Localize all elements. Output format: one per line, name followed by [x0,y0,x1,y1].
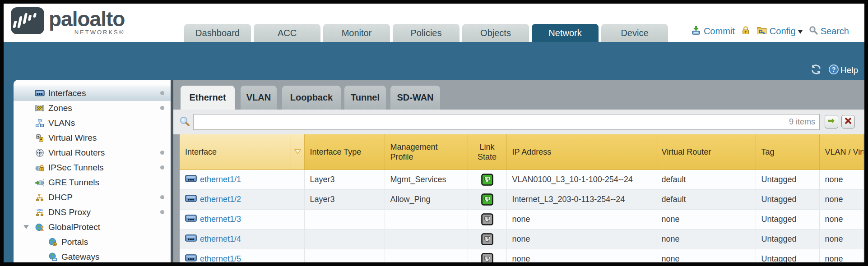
interface-name: ethernet1/5 [200,254,241,263]
sidebar-item-dhcp[interactable]: IPDHCP [14,190,171,205]
subtab-ethernet[interactable]: Ethernet [181,86,235,110]
interface-link[interactable]: ethernet1/1 [185,175,241,184]
dhcp-icon: IP [35,193,45,202]
cell-virtual-router: default [656,170,756,189]
column-header-tag[interactable]: Tag [756,134,819,170]
content-area: EthernetVLANLoopbackTunnelSD-WAN 9 items [173,80,864,262]
help-icon: ? [828,64,839,77]
config-icon [757,25,767,38]
column-header-vlan[interactable]: VLAN / Virtual-Wire [819,134,863,170]
sidebar: InterfacesZonesVLANsVirtual WiresVirtual… [14,80,171,262]
ethernet-port-icon [185,215,197,224]
cell-profile [385,209,468,229]
tab-policies[interactable]: Policies [393,24,460,42]
cell-ip-address: VLAN0100_L3_10-1-100-254--24 [506,170,656,189]
sidebar-item-vlans[interactable]: VLANs [14,115,171,130]
sidebar-item-ipsec-tunnels[interactable]: IPSec Tunnels [14,160,171,175]
cell-tag: Untagged [756,209,819,229]
sidebar-item-virtual-routers[interactable]: Virtual Routers [14,145,171,160]
interface-link[interactable]: ethernet1/2 [185,195,241,204]
cell-type: Layer3 [304,189,385,209]
subtab-tunnel[interactable]: Tunnel [344,86,386,110]
green-arrow-icon [827,117,836,127]
tab-device[interactable]: Device [601,24,668,42]
subtab-vlan[interactable]: VLAN [241,86,277,110]
cell-tag: Untagged [756,249,819,262]
cell-link-state [468,170,506,189]
config-menu-button[interactable]: Config [757,25,803,38]
item-status-dot [160,106,164,110]
main-area: InterfacesZonesVLANsVirtual WiresVirtual… [4,80,864,262]
table-row[interactable]: ethernet1/2Layer3Allow_PingInternet_L3_2… [180,189,863,209]
ethernet-port-icon [185,195,197,204]
table-row[interactable]: ethernet1/4nonenoneUntaggednone [180,229,863,249]
clear-filter-button[interactable] [841,115,855,128]
paloalto-logo-icon [11,7,44,36]
item-status-dot [160,165,164,170]
sidebar-item-zones[interactable]: Zones [14,101,171,115]
table-row[interactable]: ethernet1/5nonenoneUntaggednone [180,249,863,262]
filter-input[interactable] [193,114,820,130]
sidebar-item-label: DNS Proxy [48,207,91,217]
lock-icon[interactable] [741,25,751,37]
interface-name: ethernet1/4 [200,234,241,244]
apply-filter-button[interactable] [825,115,838,128]
column-header-profile[interactable]: Management Profile [385,134,468,170]
sidebar-item-portals[interactable]: Portals [14,234,171,249]
cell-profile: Allow_Ping [385,189,468,209]
tab-monitor[interactable]: Monitor [323,24,390,42]
primary-tabs: DashboardACCMonitorPoliciesObjectsNetwor… [184,24,668,42]
tab-network[interactable]: Network [532,24,599,42]
help-button[interactable]: ? Help [828,64,858,77]
cell-virtual-router: default [656,189,756,209]
sidebar-item-label: IPSec Tunnels [48,163,104,173]
column-header-vr[interactable]: Virtual Router [656,134,756,170]
tab-dashboard[interactable]: Dashboard [184,24,251,42]
cell-type [304,209,385,229]
column-header-interface[interactable]: Interface [180,134,291,170]
interface-link[interactable]: ethernet1/5 [185,254,241,263]
subtab-loopback[interactable]: Loopback [282,86,341,110]
subtab-sd-wan[interactable]: SD-WAN [390,86,440,110]
sidebar-item-virtual-wires[interactable]: Virtual Wires [14,130,171,145]
search-label: Search [821,26,849,37]
filter-field-wrap: 9 items [193,114,820,130]
interface-link[interactable]: ethernet1/4 [185,234,241,244]
commit-button[interactable]: Commit [691,25,735,38]
paloalto-logo: paloalto NETWORKS® [11,7,125,36]
table-row[interactable]: ethernet1/3nonenoneUntaggednone [180,209,863,229]
column-header-ip[interactable]: IP Address [506,134,656,170]
sidebar-item-label: DHCP [48,193,73,202]
table-row[interactable]: ethernet1/1Layer3Mgmt_ServicesVLAN0100_L… [180,170,863,189]
interface-link[interactable]: ethernet1/3 [185,215,241,224]
sidebar-item-interfaces[interactable]: Interfaces [14,86,171,101]
column-header-type[interactable]: Interface Type [304,134,385,170]
cell-vlan-wire: none [819,229,863,249]
column-filter-caret[interactable] [291,134,304,170]
item-status-dot [160,151,164,155]
config-label: Config [770,26,796,37]
item-status-dot [160,91,164,95]
table-header-row: Interface Interface Type Management Prof… [180,134,863,170]
sidebar-item-gre-tunnels[interactable]: GRE Tunnels [14,175,171,190]
item-status-dot [160,195,164,199]
commit-label: Commit [704,26,735,37]
utility-bar: ? Help [4,42,864,80]
dns-proxy-icon: DNS [35,207,45,217]
tab-acc[interactable]: ACC [254,24,320,42]
sidebar-item-globalprotect[interactable]: GlobalProtect [14,220,171,234]
cell-virtual-router: none [656,209,756,229]
expander-down-icon[interactable] [23,225,29,232]
cell-interface: ethernet1/4 [180,229,304,249]
sidebar-item-label: Zones [48,103,72,113]
column-header-link[interactable]: Link State [468,134,506,170]
interfaces-icon [35,88,45,98]
sidebar-item-gateways[interactable]: Gateways [14,249,171,262]
interface-name: ethernet1/1 [200,175,241,184]
cell-virtual-router: none [656,249,756,262]
sidebar-item-dns-proxy[interactable]: DNSDNS Proxy [14,205,171,220]
refresh-icon[interactable] [810,64,822,77]
search-button[interactable]: Search [808,25,849,37]
tab-objects[interactable]: Objects [462,24,529,42]
interface-subtabs: EthernetVLANLoopbackTunnelSD-WAN [173,80,864,110]
